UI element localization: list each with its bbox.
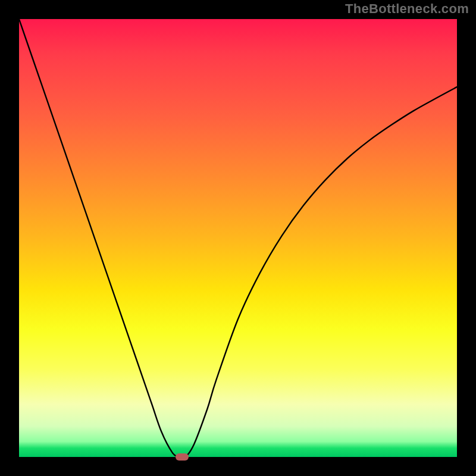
chart-frame: TheBottleneck.com <box>0 0 476 476</box>
plot-area <box>19 19 457 457</box>
bottleneck-curve-path <box>19 19 457 457</box>
optimum-marker <box>176 453 189 461</box>
curve-svg <box>19 19 457 457</box>
watermark-text: TheBottleneck.com <box>345 1 469 17</box>
